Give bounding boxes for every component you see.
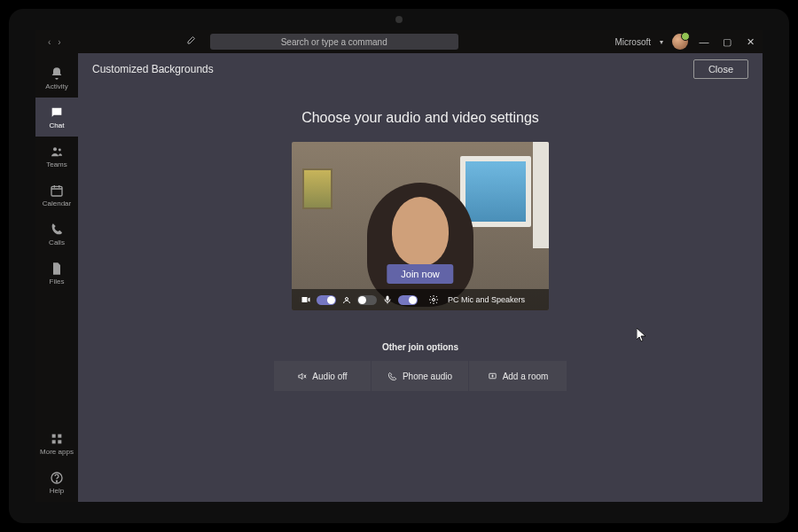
page-title: Customized Backgrounds <box>92 63 214 75</box>
rail-label: Activity <box>45 82 67 90</box>
rail-item-teams[interactable]: Teams <box>35 137 78 176</box>
svg-rect-3 <box>52 434 56 437</box>
titlebar: ‹ › Search or type a command Microsoft ▾… <box>35 30 763 53</box>
svg-point-0 <box>53 147 57 151</box>
rail-item-chat[interactable]: Chat <box>35 98 78 137</box>
nav-arrows: ‹ › <box>48 37 61 47</box>
phone-icon <box>50 223 64 237</box>
close-button[interactable]: Close <box>693 59 748 79</box>
apps-icon <box>50 432 64 446</box>
phone-audio-button[interactable]: Phone audio <box>372 361 469 391</box>
bell-icon <box>50 66 64 81</box>
app-screen: ‹ › Search or type a command Microsoft ▾… <box>35 30 763 502</box>
content-area: Customized Backgrounds Close Choose your… <box>78 53 763 502</box>
rail-label: Help <box>50 487 64 495</box>
rail-item-help[interactable]: Help <box>35 463 78 502</box>
teams-icon <box>50 145 64 159</box>
help-icon <box>50 471 64 485</box>
mic-icon <box>382 294 393 305</box>
camera-icon <box>301 294 311 305</box>
search-placeholder: Search or type a command <box>281 37 387 47</box>
rail-label: Calendar <box>43 200 71 207</box>
files-icon <box>50 262 64 276</box>
room-curtain <box>533 142 549 248</box>
svg-rect-5 <box>52 440 56 443</box>
camera-toggle[interactable] <box>317 295 336 305</box>
search-input[interactable]: Search or type a command <box>210 34 458 50</box>
maximize-button[interactable]: ▢ <box>720 36 734 48</box>
rail-item-activity[interactable]: Activity <box>35 59 78 98</box>
mic-toggle[interactable] <box>398 295 418 305</box>
prejoin-title: Choose your audio and video settings <box>301 110 539 126</box>
option-label: Add a room <box>503 372 549 381</box>
rail-label: Chat <box>50 121 65 129</box>
audio-off-icon <box>297 372 307 381</box>
rail-label: Files <box>50 278 65 286</box>
other-join-options-label: Other join options <box>382 342 458 352</box>
room-painting <box>302 168 332 209</box>
join-options-row: Audio off Phone audio Add a room <box>274 361 567 391</box>
svg-point-8 <box>56 481 57 481</box>
gear-icon[interactable] <box>428 294 439 305</box>
svg-rect-6 <box>58 440 61 443</box>
rail-item-calls[interactable]: Calls <box>35 215 78 254</box>
org-chevron-icon[interactable]: ▾ <box>660 38 663 46</box>
svg-rect-2 <box>51 186 62 196</box>
rail-label: More apps <box>40 448 74 456</box>
option-label: Audio off <box>312 372 347 381</box>
rail-item-calendar[interactable]: Calendar <box>35 176 78 215</box>
app-rail: Activity Chat Teams Calendar Calls Files <box>35 53 78 502</box>
chat-icon <box>50 106 64 120</box>
audio-device-label[interactable]: PC Mic and Speakers <box>448 295 525 304</box>
svg-point-1 <box>59 148 61 151</box>
close-window-button[interactable]: ✕ <box>743 36 757 48</box>
rail-item-files[interactable]: Files <box>35 254 78 293</box>
minimize-button[interactable]: — <box>697 36 711 47</box>
rail-item-more-apps[interactable]: More apps <box>35 424 78 463</box>
nav-back-icon[interactable]: ‹ <box>48 37 51 47</box>
phone-audio-icon <box>387 372 397 381</box>
svg-rect-10 <box>387 296 389 301</box>
join-now-button[interactable]: Join now <box>387 264 453 284</box>
person-face <box>392 197 449 266</box>
prejoin-panel: Choose your audio and video settings Joi… <box>78 85 763 391</box>
preview-controls: PC Mic and Speakers <box>292 289 549 310</box>
background-blur-icon <box>341 294 352 305</box>
option-label: Phone audio <box>403 372 452 381</box>
calendar-icon <box>50 184 64 198</box>
org-label: Microsoft <box>614 37 651 47</box>
audio-off-button[interactable]: Audio off <box>274 361 372 391</box>
add-room-button[interactable]: Add a room <box>469 361 567 391</box>
room-window <box>460 156 531 227</box>
svg-point-11 <box>433 299 435 301</box>
background-blur-toggle[interactable] <box>357 295 377 305</box>
svg-point-9 <box>346 298 348 301</box>
avatar[interactable] <box>672 34 688 50</box>
tablet-device: ‹ › Search or type a command Microsoft ▾… <box>9 9 789 523</box>
svg-rect-4 <box>58 434 61 437</box>
rail-label: Teams <box>46 160 67 168</box>
video-preview: Join now <box>292 142 549 310</box>
compose-icon[interactable] <box>185 35 196 49</box>
nav-forward-icon[interactable]: › <box>58 37 60 47</box>
content-header: Customized Backgrounds Close <box>78 53 763 85</box>
titlebar-right: Microsoft ▾ — ▢ ✕ <box>614 34 757 50</box>
add-room-icon <box>488 372 497 381</box>
rail-label: Calls <box>49 239 65 246</box>
